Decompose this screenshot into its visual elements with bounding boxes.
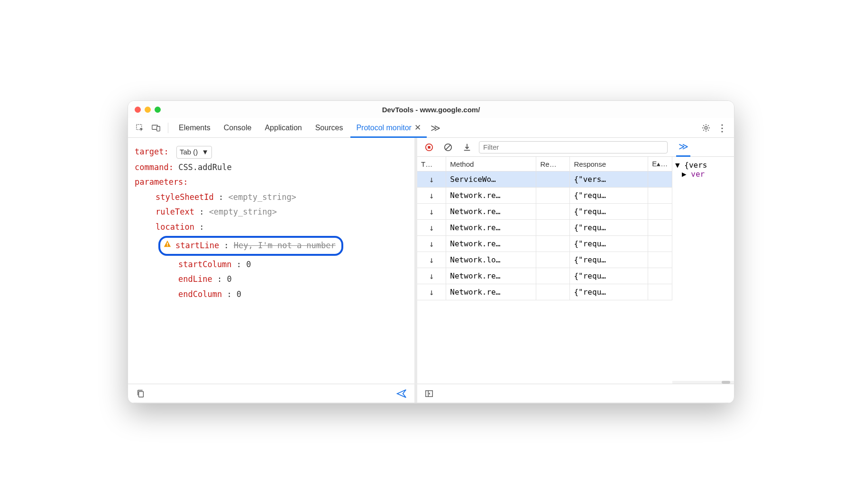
table-row[interactable]: ↓Network.re…{"requ… <box>417 236 672 252</box>
send-command-button[interactable] <box>394 387 409 401</box>
details-tabs: ≫ <box>672 138 734 157</box>
horizontal-scrollbar[interactable] <box>672 381 734 384</box>
param-value-invalid[interactable]: Hey, I'm not a number <box>234 240 336 252</box>
minimize-window-button[interactable] <box>145 107 151 113</box>
target-select[interactable]: Tab () ▼ <box>176 146 212 159</box>
toggle-drawer-icon[interactable] <box>422 387 436 401</box>
cell-response: {"requ… <box>570 236 648 252</box>
tab-elements[interactable]: Elements <box>173 118 216 138</box>
monitor-toolbar <box>417 138 672 157</box>
copy-icon[interactable] <box>134 387 148 401</box>
table-row[interactable]: ↓Network.re…{"requ… <box>417 220 672 236</box>
cell-response: {"requ… <box>570 188 648 204</box>
table-row[interactable]: ↓Network.re…{"requ… <box>417 204 672 220</box>
svg-rect-4 <box>167 243 168 245</box>
device-toggle-icon[interactable] <box>149 121 163 135</box>
maximize-window-button[interactable] <box>155 107 161 113</box>
arrow-down-icon: ↓ <box>429 271 434 281</box>
param-value[interactable]: 0 <box>227 274 231 284</box>
cell-method: Network.re… <box>446 204 536 220</box>
param-value[interactable]: <empty_string> <box>209 207 277 216</box>
cell-request <box>536 188 570 204</box>
param-value[interactable]: <empty_string> <box>229 192 296 202</box>
svg-rect-2 <box>157 126 160 131</box>
more-side-tabs-icon[interactable]: ≫ <box>676 138 690 157</box>
tab-protocol-monitor[interactable]: Protocol monitor ✕ <box>350 118 427 138</box>
cell-method: Network.re… <box>446 284 536 300</box>
target-select-value: Tab () <box>180 147 198 158</box>
param-key: startColumn <box>178 260 232 269</box>
cell-response: {"requ… <box>570 220 648 236</box>
svg-point-3 <box>705 126 707 129</box>
cell-response: {"requ… <box>570 284 648 300</box>
more-tabs-icon[interactable]: ≫ <box>429 121 443 135</box>
arrow-down-icon: ↓ <box>429 287 434 297</box>
settings-icon[interactable] <box>699 121 713 135</box>
command-editor-body: target: Tab () ▼ command: CSS.addRule pa… <box>128 138 414 384</box>
cell-method: Network.re… <box>446 220 536 236</box>
cell-elapsed <box>648 171 672 188</box>
cell-elapsed <box>648 236 672 252</box>
svg-rect-5 <box>167 245 168 246</box>
arrow-down-icon: ↓ <box>429 239 434 249</box>
cell-method: Network.lo… <box>446 252 536 268</box>
svg-line-10 <box>446 144 451 150</box>
close-icon[interactable]: ✕ <box>414 123 421 133</box>
tab-application[interactable]: Application <box>259 118 307 138</box>
param-key: ruleText <box>156 207 194 216</box>
cell-response: {"requ… <box>570 268 648 284</box>
cell-elapsed <box>648 284 672 300</box>
invalid-param-highlight: startLine : Hey, I'm not a number <box>158 236 343 256</box>
cell-request <box>536 171 570 188</box>
clear-button[interactable] <box>441 140 455 154</box>
tree-root[interactable]: ▼ {{versvers <box>675 161 731 170</box>
warning-icon <box>163 240 172 252</box>
messages-table: T… Method Re… Response E▴… ↓ServiceWo…{"… <box>417 157 672 384</box>
content-area: target: Tab () ▼ command: CSS.addRule pa… <box>128 138 734 403</box>
table-row[interactable]: ↓Network.lo…{"requ… <box>417 252 672 268</box>
table-row[interactable]: ↓Network.re…{"requ… <box>417 268 672 284</box>
tree-child[interactable]: ▶ ver <box>675 170 731 179</box>
tab-console[interactable]: Console <box>218 118 257 138</box>
save-icon[interactable] <box>460 140 474 154</box>
cell-request <box>536 220 570 236</box>
cell-request <box>536 236 570 252</box>
svg-rect-6 <box>139 391 144 397</box>
arrow-down-icon: ↓ <box>429 207 434 216</box>
details-pane: ≫ ▼ {{versvers ▶ ver <box>672 138 734 403</box>
col-method[interactable]: Method <box>446 157 536 171</box>
param-value[interactable]: 0 <box>246 260 251 269</box>
table-row[interactable]: ↓Network.re…{"requ… <box>417 284 672 300</box>
col-request[interactable]: Re… <box>536 157 570 171</box>
cell-elapsed <box>648 188 672 204</box>
cell-elapsed <box>648 204 672 220</box>
col-elapsed[interactable]: E▴… <box>648 157 672 171</box>
chevron-down-icon: ▼ <box>202 147 209 158</box>
monitor-footer <box>417 384 672 403</box>
param-key: location <box>156 222 194 232</box>
cell-response: {"requ… <box>570 204 648 220</box>
details-footer <box>672 384 734 403</box>
filter-input[interactable] <box>479 141 668 153</box>
target-label: target: <box>135 147 169 156</box>
cell-elapsed <box>648 252 672 268</box>
table-row[interactable]: ↓ServiceWo…{"vers… <box>417 171 672 188</box>
cell-elapsed <box>648 220 672 236</box>
traffic-lights <box>135 107 161 113</box>
command-value[interactable]: CSS.addRule <box>178 162 232 172</box>
inspect-element-icon[interactable] <box>133 121 147 135</box>
devtools-window: DevTools - www.google.com/ Elements Cons… <box>128 100 734 404</box>
param-key: endLine <box>178 274 212 284</box>
kebab-menu-icon[interactable]: ⋮ <box>715 121 729 135</box>
col-type[interactable]: T… <box>417 157 446 171</box>
tab-sources[interactable]: Sources <box>310 118 349 138</box>
arrow-down-icon: ↓ <box>429 190 434 200</box>
table-row[interactable]: ↓Network.re…{"requ… <box>417 188 672 204</box>
details-body: ▼ {{versvers ▶ ver <box>672 157 734 182</box>
col-response[interactable]: Response <box>570 157 648 171</box>
param-value[interactable]: 0 <box>237 289 241 299</box>
record-button[interactable] <box>422 140 436 154</box>
command-editor-panel: target: Tab () ▼ command: CSS.addRule pa… <box>128 138 417 403</box>
cell-method: Network.re… <box>446 236 536 252</box>
close-window-button[interactable] <box>135 107 141 113</box>
